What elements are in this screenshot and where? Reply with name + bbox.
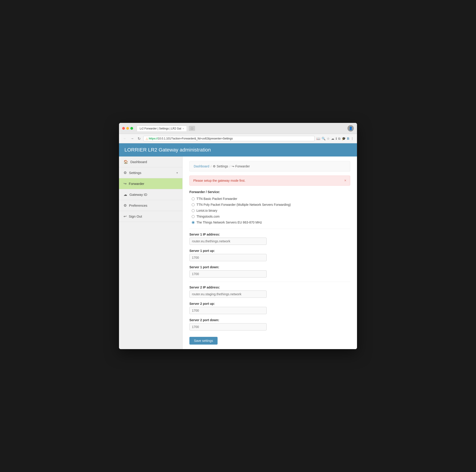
server2-port-up-input[interactable] <box>189 307 267 314</box>
sidebar-label-forwarder: Forwarder <box>129 182 144 186</box>
browser-window: Lr2 Forwarder | Settings | LR2 Gat × □ 👤… <box>119 123 357 349</box>
app-header: LORRIER LR2 Gateway administration <box>119 143 357 157</box>
breadcrumb-sep-1: / <box>211 165 212 168</box>
new-tab-button[interactable]: □ <box>189 126 195 131</box>
server2-port-up-label: Server 2 port up: <box>189 302 350 305</box>
sidebar-item-gateway-id[interactable]: ☁ Gateway ID <box>119 189 182 200</box>
server1-port-up-group: Server 1 port up: <box>189 249 350 261</box>
server1-ip-input[interactable] <box>189 238 267 245</box>
radio-item-ttn-poly[interactable]: TTN Poly Packet Forwarder (Multiple Netw… <box>192 203 350 207</box>
minimize-button[interactable] <box>126 127 129 130</box>
radio-label-ttn-eu: The Things Network Servers EU 863-870 MH… <box>196 221 262 224</box>
server1-port-down-group: Server 1 port down: <box>189 265 350 278</box>
radio-loriot[interactable] <box>192 209 195 212</box>
more-icon[interactable]: ⋮ <box>351 137 354 140</box>
server1-port-down-input[interactable] <box>189 270 267 278</box>
sidebar-label-dashboard: Dashboard <box>130 160 147 164</box>
radio-item-thingstools[interactable]: Thingstools.com <box>192 215 350 218</box>
server2-ip-group: Server 2 IP address: <box>189 285 350 298</box>
sidebar-item-settings[interactable]: ⚙ Settings ▾ <box>119 167 182 178</box>
browser-tab[interactable]: Lr2 Forwarder | Settings | LR2 Gat × <box>137 126 187 131</box>
url-scheme: https:// <box>149 137 158 140</box>
radio-label-loriot: Loriot.io binary <box>196 209 217 212</box>
sidebar: 🏠 Dashboard ⚙ Settings ▾ ↪ Forwarder ☁ G… <box>119 157 183 349</box>
share-icon[interactable]: ☁ <box>331 137 334 140</box>
new-tab-icon: □ <box>191 127 193 130</box>
url-rest: 10.0.1.101/?action=Forwarder&_fid=uv82&p… <box>158 137 233 140</box>
save-settings-button[interactable]: Save settings <box>189 337 218 345</box>
sidebar-item-sign-out[interactable]: ↩ Sign Out <box>119 211 182 222</box>
sidebar-item-dashboard[interactable]: 🏠 Dashboard <box>119 157 182 167</box>
divider-1 <box>189 229 350 229</box>
radio-label-ttn-basic: TTN Basic Packet Forwarder <box>196 197 237 201</box>
sidebar-item-preferences[interactable]: ⚙ Preferences <box>119 200 182 211</box>
home-icon: 🏠 <box>123 160 128 164</box>
server2-ip-input[interactable] <box>189 291 267 298</box>
cap-icon[interactable]: 🎓 <box>342 137 346 140</box>
gear-icon: ⚙ <box>123 203 127 208</box>
radio-ttn-poly[interactable] <box>192 203 195 206</box>
info-icon[interactable]: ℹ <box>336 137 337 140</box>
server2-port-up-group: Server 2 port up: <box>189 302 350 314</box>
radio-item-loriot[interactable]: Loriot.io binary <box>192 209 350 212</box>
search-icon[interactable]: 🔍 <box>322 137 325 140</box>
sidebar-item-forwarder[interactable]: ↪ Forwarder <box>119 178 182 189</box>
tab-title: Lr2 Forwarder | Settings | LR2 Gat <box>140 127 181 130</box>
forwarder-icon: ↪ <box>123 181 126 186</box>
close-button[interactable] <box>122 127 125 130</box>
security-warning-icon: △ <box>146 137 148 140</box>
bookmark-icon[interactable]: ☆ <box>327 137 330 140</box>
browser-actions: 📖 🔍 ☆ ☁ ℹ ⧉ 🎓 B ⋮ <box>316 137 354 140</box>
server2-port-down-label: Server 2 port down: <box>189 318 350 322</box>
refresh-button[interactable]: ↻ <box>137 136 141 141</box>
url-text: https://10.0.1.101/?action=Forwarder&_fi… <box>149 137 233 140</box>
sign-out-icon: ↩ <box>123 214 126 219</box>
alert-message: Please setup the gateway mode first. <box>193 179 245 182</box>
radio-label-thingstools: Thingstools.com <box>196 215 220 218</box>
divider-2 <box>189 282 350 282</box>
server1-port-down-label: Server 1 port down: <box>189 265 350 269</box>
extension-icon[interactable]: B <box>347 137 349 140</box>
alert-banner: Please setup the gateway mode first. × <box>189 175 350 186</box>
layers-icon[interactable]: ⧉ <box>338 137 340 140</box>
read-mode-icon[interactable]: 📖 <box>316 137 320 140</box>
title-bar: Lr2 Forwarder | Settings | LR2 Gat × □ 👤 <box>119 123 357 134</box>
main-content: Dashboard / ⚙ Settings / ↪ Forwarder Ple… <box>183 157 357 349</box>
settings-icon: ⚙ <box>123 171 127 175</box>
server1-ip-label: Server 1 IP address: <box>189 233 350 236</box>
forwarder-service-radio-group: TTN Basic Packet Forwarder TTN Poly Pack… <box>189 197 350 224</box>
server2-ip-label: Server 2 IP address: <box>189 285 350 289</box>
back-button[interactable]: ← <box>122 136 128 141</box>
maximize-button[interactable] <box>130 127 133 130</box>
radio-ttn-eu[interactable] <box>192 221 195 224</box>
chevron-down-icon: ▾ <box>176 171 178 175</box>
alert-close-button[interactable]: × <box>344 178 346 183</box>
server2-port-down-group: Server 2 port down: <box>189 318 350 331</box>
sidebar-label-preferences: Preferences <box>129 204 147 207</box>
traffic-lights <box>122 127 133 130</box>
server1-ip-group: Server 1 IP address: <box>189 233 350 245</box>
radio-label-ttn-poly: TTN Poly Packet Forwarder (Multiple Netw… <box>196 203 291 207</box>
sidebar-label-sign-out: Sign Out <box>129 214 142 218</box>
radio-item-ttn-basic[interactable]: TTN Basic Packet Forwarder <box>192 197 350 201</box>
user-avatar[interactable]: 👤 <box>347 125 354 132</box>
server2-port-down-input[interactable] <box>189 323 267 331</box>
breadcrumb-forwarder: ↪ Forwarder <box>232 164 250 168</box>
breadcrumb-settings: ⚙ Settings <box>213 164 228 168</box>
address-bar: ← → ↻ △ https://10.0.1.101/?action=Forwa… <box>119 134 357 143</box>
sidebar-label-gateway-id: Gateway ID <box>129 192 147 196</box>
radio-item-ttn-eu[interactable]: The Things Network Servers EU 863-870 MH… <box>192 221 350 224</box>
tab-close-icon[interactable]: × <box>183 127 184 130</box>
sidebar-label-settings: Settings <box>129 171 141 175</box>
form-section-title: Forwarder / Service: <box>189 190 350 194</box>
app-title: LORRIER LR2 Gateway administration <box>124 147 352 153</box>
breadcrumb-dashboard[interactable]: Dashboard <box>194 164 209 168</box>
breadcrumb: Dashboard / ⚙ Settings / ↪ Forwarder <box>189 161 350 172</box>
server1-port-up-input[interactable] <box>189 254 267 261</box>
url-bar[interactable]: △ https://10.0.1.101/?action=Forwarder&_… <box>143 136 315 141</box>
radio-ttn-basic[interactable] <box>192 197 195 200</box>
app-body: 🏠 Dashboard ⚙ Settings ▾ ↪ Forwarder ☁ G… <box>119 157 357 349</box>
server1-port-up-label: Server 1 port up: <box>189 249 350 253</box>
forward-button[interactable]: → <box>129 136 135 141</box>
radio-thingstools[interactable] <box>192 215 195 218</box>
